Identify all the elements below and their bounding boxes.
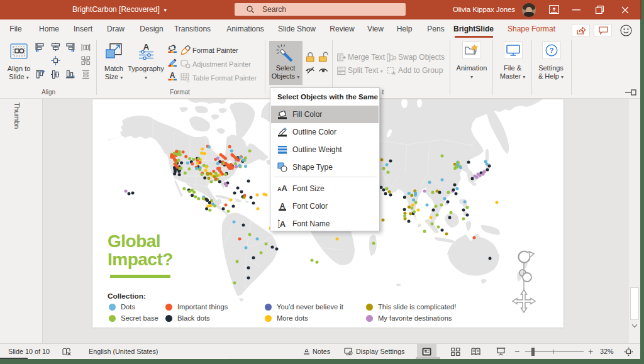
svg-text:A: A [143, 43, 150, 52]
svg-text:A: A [280, 219, 286, 229]
svg-text:?: ? [550, 47, 554, 54]
svg-text:A: A [282, 184, 288, 193]
svg-text:A: A [170, 72, 175, 80]
